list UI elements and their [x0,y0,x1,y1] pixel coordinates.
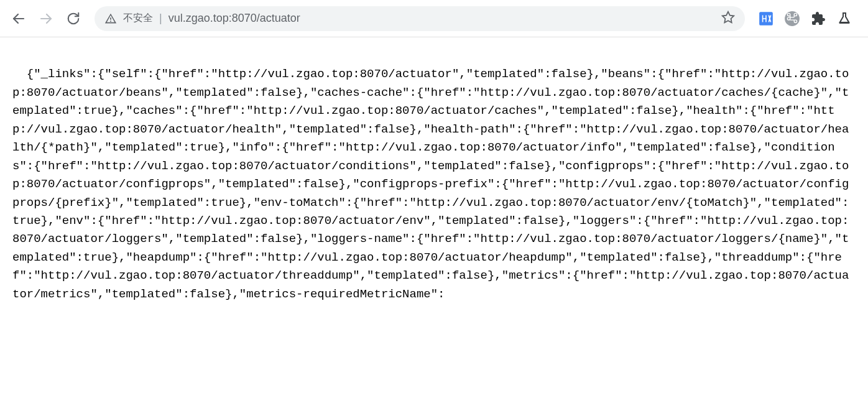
extension-hackbar-icon[interactable] [757,10,775,27]
not-secure-icon [104,12,117,25]
reload-button[interactable] [65,10,82,27]
url-host: vul.zgao.top [169,12,229,24]
flask-icon [837,11,852,26]
url-port: :8070 [229,12,257,24]
browser-toolbar: 不安全 | vul.zgao.top:8070/actuator [0,0,868,37]
security-label: 不安全 [123,12,153,25]
nav-buttons [10,10,82,27]
url-path: /actuator [257,12,300,24]
forward-button[interactable] [37,10,55,27]
svg-point-4 [785,11,800,26]
reload-icon [67,12,80,26]
page-content: {"_links":{"self":{"href":"http://vul.zg… [0,37,868,313]
arrow-left-icon [11,11,26,26]
extension-command-icon[interactable] [783,10,801,27]
back-button[interactable] [10,10,27,27]
address-bar[interactable]: 不安全 | vul.zgao.top:8070/actuator [95,6,745,31]
address-separator: | [159,12,162,25]
json-response-text: {"_links":{"self":{"href":"http://vul.zg… [12,67,849,300]
url-display: vul.zgao.top:8070/actuator [169,12,300,25]
svg-marker-2 [723,11,734,22]
command-icon [784,11,800,27]
arrow-right-icon [39,11,53,26]
puzzle-icon [811,11,826,26]
extension-icons [757,10,858,27]
bookmark-button[interactable] [721,11,735,27]
star-icon [721,11,735,24]
extension-flask-icon[interactable] [836,10,853,27]
extension-puzzle-icon[interactable] [810,10,827,27]
hackbar-icon [758,11,774,27]
